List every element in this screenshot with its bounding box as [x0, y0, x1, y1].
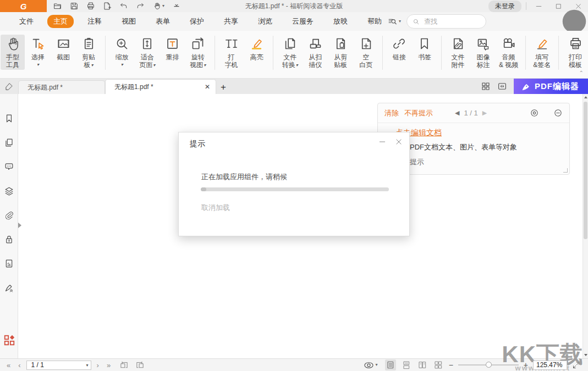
panel-resize-handle[interactable]	[563, 168, 568, 173]
search-filter-button[interactable]: ▾	[388, 17, 401, 26]
sidebar-page-thumbnails-button[interactable]	[0, 130, 18, 154]
menu-tab-3[interactable]: 注释	[81, 15, 108, 28]
zoom-slider-knob[interactable]	[486, 362, 492, 368]
scroll-up-icon[interactable]	[584, 96, 587, 98]
document-tab-1[interactable]: 无标题.pdf *	[18, 80, 105, 94]
zoom-value-box[interactable]: 125.47%	[533, 361, 567, 370]
tab-edit-button[interactable]	[0, 79, 18, 94]
menu-tab-1[interactable]: 文件	[13, 15, 40, 28]
single-page-layout-icon[interactable]	[385, 359, 396, 370]
link-button[interactable]: 链接	[387, 35, 411, 62]
sidebar-signature-button[interactable]	[0, 275, 18, 300]
file-convert-button[interactable]: 文件转换▾	[278, 35, 302, 70]
tab-grid-icon[interactable]	[481, 81, 491, 91]
menu-tab-4[interactable]: 视图	[116, 15, 142, 28]
first-page-icon[interactable]: «	[4, 362, 13, 369]
reflow-button[interactable]: 重排	[161, 35, 185, 62]
toolbar-customize-button[interactable]	[172, 2, 181, 10]
open-folder-button[interactable]	[53, 2, 62, 10]
zoom-tool-button[interactable]: 缩放▾	[110, 35, 134, 70]
from-scanner-button[interactable]: 从扫描仪	[303, 35, 327, 70]
facing-layout-icon[interactable]	[417, 359, 428, 370]
next-view-icon[interactable]	[135, 361, 145, 370]
fit-page-button[interactable]: 适合页面▾	[135, 35, 160, 70]
select-cursor-button[interactable]: 选择▾	[26, 35, 50, 70]
ribbon-collapse-icon[interactable]: ⌃	[579, 70, 584, 76]
print-template-button[interactable]: 打印模板	[563, 35, 587, 70]
bookmark-button[interactable]: 书签	[413, 35, 437, 62]
panel-expand-arrow-icon[interactable]	[18, 223, 21, 228]
maximize-button[interactable]	[551, 1, 566, 12]
close-button[interactable]	[570, 1, 586, 12]
menu-tab-5[interactable]: 表单	[150, 15, 176, 28]
image-annotation-button[interactable]: 图像标注	[471, 35, 496, 70]
fill-sign-button[interactable]: 填写&签名	[530, 35, 554, 70]
sidebar-attachment-button[interactable]	[0, 203, 18, 227]
highlight-button[interactable]: 高亮	[244, 35, 268, 62]
page-number-box[interactable]: 1 / 1 ▾	[26, 361, 91, 370]
hand-select-button[interactable]: ▾	[152, 2, 164, 10]
next-page-icon[interactable]: ›	[95, 362, 101, 369]
undo-button[interactable]	[119, 2, 128, 10]
sidebar-security-button[interactable]	[0, 227, 18, 251]
tab-close-icon[interactable]: ✕	[205, 84, 210, 90]
rotate-view-button[interactable]: 旋转视图▾	[186, 35, 210, 70]
view-mode-button[interactable]: ▾	[364, 360, 378, 370]
login-button[interactable]: 未登录	[488, 1, 521, 12]
continuous-layout-icon[interactable]	[401, 359, 412, 370]
clipboard-button[interactable]: 剪贴板▾	[76, 35, 101, 70]
continuous-facing-layout-icon[interactable]	[433, 359, 444, 370]
dialog-close-icon[interactable]	[395, 138, 403, 146]
minimize-button[interactable]	[531, 1, 546, 12]
target-circle-icon[interactable]	[530, 108, 539, 118]
sidebar-widgets-button[interactable]	[0, 334, 18, 346]
snapshot-button[interactable]: 截图	[51, 35, 75, 62]
tip-dont-remind[interactable]: 不再提示	[395, 157, 562, 167]
fullscreen-expand-icon[interactable]	[572, 361, 580, 369]
sidebar-bookmark-button[interactable]	[0, 106, 18, 130]
cancel-loading-link[interactable]: 取消加载	[201, 203, 230, 213]
menu-tab-11[interactable]: 帮助	[361, 15, 388, 28]
sidebar-layers-button[interactable]	[0, 179, 18, 203]
menu-tab-7[interactable]: 共享	[218, 15, 244, 28]
vertical-scrollbar[interactable]	[582, 94, 588, 358]
save-button[interactable]	[70, 2, 79, 10]
zoom-out-button[interactable]: −	[449, 361, 453, 369]
hand-tool-button[interactable]: 手型工具	[1, 35, 25, 70]
document-tab-2[interactable]: 无标题1.pdf *✕	[105, 79, 216, 94]
previous-view-icon[interactable]	[119, 361, 129, 370]
statusbar-left: « ‹ 1 / 1 ▾ › »	[0, 361, 145, 370]
file-attachment-button[interactable]: 文件附件	[446, 35, 470, 70]
menu-tab-8[interactable]: 浏览	[252, 15, 278, 28]
from-clipboard-button[interactable]: 从剪贴板	[328, 35, 353, 70]
pager-next-icon[interactable]: ▶	[482, 109, 487, 117]
clear-link[interactable]: 清除	[384, 108, 399, 118]
scroll-down-icon[interactable]	[584, 354, 587, 356]
new-document-button[interactable]	[103, 2, 112, 10]
menu-tab-6[interactable]: 保护	[184, 15, 210, 28]
find-searchbox[interactable]	[406, 14, 486, 29]
audio-video-button[interactable]: 音频& 视频	[497, 35, 521, 70]
scrollbar-thumb[interactable]	[584, 102, 587, 239]
zoom-in-button[interactable]: +	[524, 361, 528, 369]
menu-tab-9[interactable]: 云服务	[286, 15, 320, 28]
pdf-editor-banner[interactable]: PDF编辑器	[514, 79, 588, 94]
menu-tab-10[interactable]: 放映	[327, 15, 354, 28]
print-button[interactable]	[86, 2, 95, 10]
search-input[interactable]	[423, 17, 480, 26]
sidebar-signature-field-button[interactable]	[0, 251, 18, 275]
new-tab-button[interactable]: +	[216, 80, 230, 94]
collapse-circle-icon[interactable]	[553, 108, 563, 118]
blank-page-button[interactable]: 空白页	[354, 35, 378, 70]
dont-remind-link[interactable]: 不再提示	[404, 108, 433, 118]
redo-button[interactable]	[136, 2, 145, 10]
tab-switcher-icon[interactable]	[497, 81, 507, 91]
sidebar-comments-button[interactable]	[0, 154, 18, 179]
typewriter-button[interactable]: 打字机	[219, 35, 243, 70]
menu-tab-2[interactable]: 主页	[47, 15, 74, 28]
pager-prev-icon[interactable]: ◀	[455, 109, 459, 117]
dialog-minimize-icon[interactable]	[378, 138, 386, 146]
zoom-slider[interactable]	[458, 361, 519, 369]
last-page-icon[interactable]: »	[105, 362, 113, 369]
prev-page-icon[interactable]: ‹	[16, 362, 23, 369]
